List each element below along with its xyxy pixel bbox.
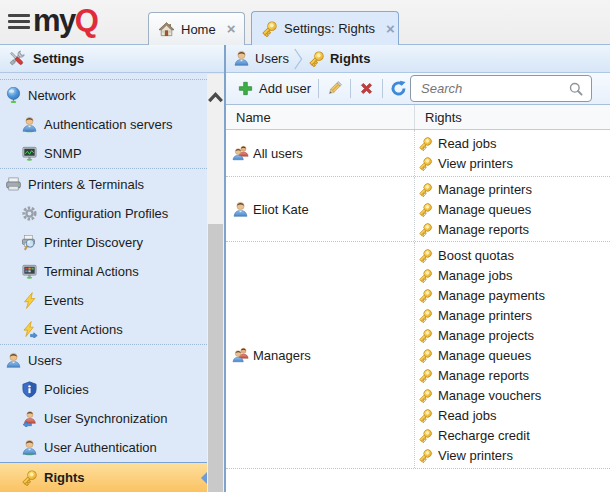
user-sync-icon xyxy=(21,410,38,427)
breadcrumb-rights[interactable]: Rights xyxy=(308,50,370,67)
tab-home-close-icon[interactable]: × xyxy=(227,22,236,36)
right-entry: View printers xyxy=(415,153,610,173)
settings-sidebar: Settings Network Authentication servers … xyxy=(0,45,226,492)
sidebar-item-policies[interactable]: Policies xyxy=(0,375,207,404)
refresh-icon xyxy=(390,80,407,97)
right-entry: Manage projects xyxy=(415,325,610,345)
printer-search-icon xyxy=(21,234,38,251)
key-icon xyxy=(418,348,433,363)
sidebar-item-authentication-servers[interactable]: Authentication servers xyxy=(0,110,207,139)
sidebar-item-label: SNMP xyxy=(44,146,82,161)
key-icon xyxy=(261,20,278,37)
tools-icon xyxy=(8,50,25,67)
sidebar-item-event-actions[interactable]: Event Actions xyxy=(0,315,207,344)
sidebar-item-users[interactable]: Users xyxy=(0,346,207,375)
tab-home[interactable]: Home × xyxy=(148,12,245,45)
group-icon xyxy=(232,347,249,364)
sidebar-scrollbar[interactable] xyxy=(207,74,224,492)
delete-button[interactable] xyxy=(354,78,379,99)
sidebar-item-label: Configuration Profiles xyxy=(44,206,168,221)
sidebar-item-printer-discovery[interactable]: Printer Discovery xyxy=(0,228,207,257)
key-icon xyxy=(418,136,433,151)
sidebar-title: Settings xyxy=(33,51,84,66)
key-icon xyxy=(418,202,433,217)
column-header-name[interactable]: Name xyxy=(226,105,415,129)
key-icon xyxy=(418,448,433,463)
key-icon xyxy=(418,268,433,283)
sidebar-item-label: Events xyxy=(44,293,84,308)
gear-icon xyxy=(21,205,38,222)
key-icon xyxy=(418,248,433,263)
scroll-up-button[interactable] xyxy=(207,74,224,106)
group-icon xyxy=(232,145,249,162)
right-entry: Manage vouchers xyxy=(415,385,610,405)
tree-group-network: Network Authentication servers SNMP xyxy=(0,79,207,168)
home-icon xyxy=(158,21,175,38)
right-entry: Boost quotas xyxy=(415,245,610,265)
sidebar-item-label: Terminal Actions xyxy=(44,264,139,279)
sidebar-item-events[interactable]: Events xyxy=(0,286,207,315)
tree-group-users: Users Policies User Synchronization User… xyxy=(0,344,207,492)
sidebar-item-user-synchronization[interactable]: User Synchronization xyxy=(0,404,207,433)
sidebar-item-user-authentication[interactable]: User Authentication xyxy=(0,433,207,462)
refresh-button[interactable] xyxy=(386,78,411,99)
right-entry: Read jobs xyxy=(415,133,610,153)
right-entry: Manage payments xyxy=(415,285,610,305)
right-entry: Manage jobs xyxy=(415,265,610,285)
sidebar-item-configuration-profiles[interactable]: Configuration Profiles xyxy=(0,199,207,228)
user-icon xyxy=(232,201,249,218)
sidebar-item-terminal-actions[interactable]: Terminal Actions xyxy=(0,257,207,286)
scrollbar-thumb[interactable] xyxy=(208,224,223,492)
sidebar-item-label: Printers & Terminals xyxy=(28,177,144,192)
name-cell: All users xyxy=(226,130,415,176)
menu-icon[interactable] xyxy=(8,14,30,30)
sidebar-item-label: Authentication servers xyxy=(44,117,173,132)
toolbar-separator xyxy=(318,79,319,98)
right-entry: Recharge credit xyxy=(415,425,610,445)
settings-tree: Network Authentication servers SNMP Prin… xyxy=(0,74,207,492)
user-name: All users xyxy=(253,146,303,161)
key-icon xyxy=(418,156,433,171)
tab-settings-close-icon[interactable]: × xyxy=(386,22,395,36)
user-icon xyxy=(233,50,250,67)
user-disc-icon xyxy=(21,439,38,456)
sidebar-item-label: Event Actions xyxy=(44,322,123,337)
sidebar-item-label: User Authentication xyxy=(44,440,157,455)
right-entry: Manage reports xyxy=(415,219,610,239)
toolbar: Add user xyxy=(226,73,610,105)
search-input[interactable] xyxy=(410,75,592,102)
delete-x-icon xyxy=(358,80,375,97)
column-header-rights[interactable]: Rights xyxy=(415,105,610,129)
key-icon xyxy=(418,328,433,343)
sidebar-item-rights[interactable]: Rights xyxy=(0,462,207,492)
right-entry: Read jobs xyxy=(415,405,610,425)
table-row-eliot-kate[interactable]: Eliot Kate Manage printers Manage queues… xyxy=(226,177,610,242)
breadcrumb: Users Rights xyxy=(226,45,610,73)
toolbar-separator xyxy=(350,79,351,98)
table-row-managers[interactable]: Managers Boost quotas Manage jobs Manage… xyxy=(226,242,610,469)
sidebar-item-network[interactable]: Network xyxy=(0,81,207,110)
right-entry: View printers xyxy=(415,445,610,465)
edit-button[interactable] xyxy=(322,78,347,99)
table-row-all-users[interactable]: All users Read jobs View printers xyxy=(226,130,610,177)
sidebar-item-label: Users xyxy=(28,353,62,368)
sidebar-item-label: Rights xyxy=(44,470,84,485)
sidebar-item-label: Printer Discovery xyxy=(44,235,143,250)
user-disc-icon xyxy=(21,116,38,133)
table-body: All users Read jobs View printers Eliot … xyxy=(226,130,610,469)
top-bar: myQ Home × Settings: Rights × xyxy=(0,0,610,45)
sidebar-item-label: Network xyxy=(28,88,76,103)
key-icon xyxy=(418,222,433,237)
tab-settings-rights[interactable]: Settings: Rights × xyxy=(251,11,399,45)
breadcrumb-users[interactable]: Users xyxy=(233,50,289,67)
sidebar-item-snmp[interactable]: SNMP xyxy=(0,139,207,168)
right-entry: Manage reports xyxy=(415,365,610,385)
pencil-icon xyxy=(326,80,343,97)
sidebar-item-printers-terminals[interactable]: Printers & Terminals xyxy=(0,170,207,199)
right-entry: Manage printers xyxy=(415,305,610,325)
bolt-icon xyxy=(21,292,38,309)
add-user-button[interactable]: Add user xyxy=(233,78,315,99)
search-icon[interactable] xyxy=(568,81,584,97)
sidebar-header: Settings xyxy=(0,45,224,73)
tree-group-printers: Printers & Terminals Configuration Profi… xyxy=(0,168,207,344)
